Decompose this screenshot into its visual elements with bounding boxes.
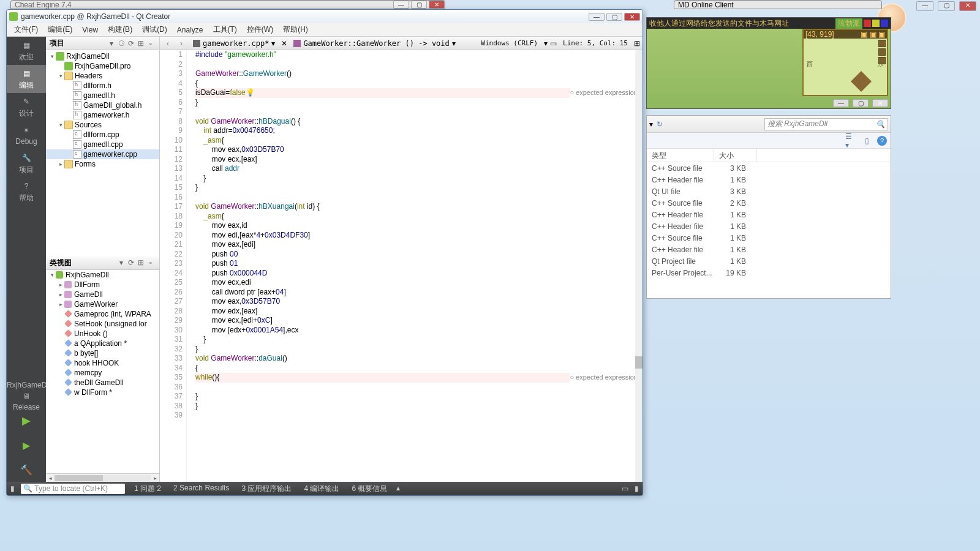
tree-item[interactable]: gameworker.h: [46, 110, 159, 120]
minimize-button[interactable]: —: [833, 99, 849, 107]
tree-item[interactable]: GameDll_global.h: [46, 100, 159, 110]
refresh-icon[interactable]: ↻: [657, 120, 663, 129]
sync-icon[interactable]: ⟳: [126, 258, 136, 267]
close-icon[interactable]: ▫: [146, 258, 156, 267]
explorer-columns[interactable]: 类型 大小: [647, 149, 891, 162]
menu-item[interactable]: View: [77, 24, 103, 36]
menu-item[interactable]: 文件(F): [9, 23, 43, 36]
class-item[interactable]: ▾RxjhGameDll: [46, 270, 159, 280]
mode-edit[interactable]: ▤ 编辑: [7, 65, 46, 93]
maximize-button[interactable]: ▢: [411, 1, 427, 9]
tree-item[interactable]: ▾RxjhGameDll: [46, 51, 159, 61]
fold-column[interactable]: [187, 50, 193, 482]
file-row[interactable]: Qt UI file3 KB: [647, 186, 891, 197]
view-options-icon[interactable]: ☰ ▾: [845, 135, 856, 146]
output-panel-tab[interactable]: 2 Search Results: [170, 484, 232, 494]
mode-welcome[interactable]: ▦ 欢迎: [7, 37, 46, 65]
file-row[interactable]: C++ Source file1 KB: [647, 232, 891, 244]
tree-item[interactable]: RxjhGameDll.pro: [46, 61, 159, 71]
chevron-down-icon[interactable]: ▾: [649, 120, 653, 129]
class-item[interactable]: ▸GameDll: [46, 290, 159, 299]
mini-button[interactable]: [878, 40, 886, 47]
col-size[interactable]: 大小: [714, 149, 757, 162]
explorer-search[interactable]: 搜索 RxjhGameDll 🔍: [764, 118, 888, 130]
project-tree[interactable]: ▾RxjhGameDllRxjhGameDll.pro▾Headersdllfo…: [46, 50, 159, 257]
menu-item[interactable]: 控件(W): [242, 23, 278, 36]
close-button[interactable]: ✕: [959, 1, 976, 11]
chevron-down-icon[interactable]: ▾: [107, 39, 116, 48]
preview-pane-icon[interactable]: ▯: [861, 135, 872, 146]
class-item[interactable]: theDll GameDll: [46, 378, 159, 388]
tree-item[interactable]: gameworker.cpp: [46, 149, 159, 159]
file-row[interactable]: C++ Header file1 KB: [647, 220, 891, 232]
flag-icon[interactable]: [864, 20, 871, 27]
close-button[interactable]: ✕: [429, 1, 445, 9]
scrollbar[interactable]: [635, 50, 643, 482]
split-icon[interactable]: ⊞: [136, 258, 146, 267]
class-item[interactable]: ▸DllForm: [46, 280, 159, 290]
output-panel-tab[interactable]: 6 概要信息: [349, 484, 390, 494]
maximize-button[interactable]: ▢: [853, 99, 869, 107]
file-row[interactable]: C++ Header file1 KB: [647, 244, 891, 255]
chevron-down-icon[interactable]: ▾: [116, 258, 126, 267]
bookmark-icon[interactable]: ▭: [550, 39, 557, 48]
mini-button[interactable]: [878, 57, 886, 64]
encoding[interactable]: Windows (CRLF): [477, 39, 541, 47]
file-row[interactable]: C++ Header file1 KB: [647, 174, 891, 186]
toggle-right-icon[interactable]: ▮: [635, 484, 639, 493]
tree-item[interactable]: ▸Forms: [46, 159, 159, 169]
cheat-engine-window[interactable]: Cheat Engine 7.4 — ▢ ✕: [10, 0, 445, 9]
close-icon[interactable]: ▫: [146, 39, 156, 48]
maximize-button[interactable]: ▢: [606, 13, 622, 21]
close-button[interactable]: ✕: [624, 13, 640, 21]
toggle-sidebar-icon[interactable]: ▮: [10, 484, 15, 493]
maximize-button[interactable]: ▢: [938, 1, 955, 11]
class-item[interactable]: a QApplication *: [46, 339, 159, 348]
locator-input[interactable]: 🔍 Type to locate (Ctrl+K): [21, 484, 125, 494]
code-editor[interactable]: 1234567891011121314151617181920212223242…: [160, 50, 643, 482]
help-icon[interactable]: ?: [877, 136, 887, 146]
build-button[interactable]: 🔨: [7, 457, 46, 482]
tree-item[interactable]: dllform.h: [46, 81, 159, 91]
split-icon[interactable]: ⊞: [634, 39, 640, 48]
output-panel-tab[interactable]: 1 问题 2: [131, 484, 164, 494]
menu-item[interactable]: 构建(B): [103, 23, 137, 36]
scrollbar[interactable]: ◂▸: [46, 473, 159, 482]
tree-item[interactable]: ▾Sources: [46, 120, 159, 130]
game-viewport[interactable]: 收他人通过网络给您发送的文件与木马网址 泫勃派 [43, 919] ▣ ▣ ▣ …: [646, 17, 891, 109]
forward-button[interactable]: ›: [176, 39, 187, 48]
file-row[interactable]: C++ Source file2 KB: [647, 197, 891, 209]
minimap[interactable]: [43, 919] ▣ ▣ ▣ 西 东: [802, 29, 888, 96]
back-button[interactable]: ‹: [162, 39, 173, 48]
file-row[interactable]: Qt Project file1 KB: [647, 255, 891, 267]
file-row[interactable]: Per-User Project...19 KB: [647, 267, 891, 279]
game-client-window[interactable]: MD Online Client: [674, 0, 882, 9]
titlebar[interactable]: gameworker.cpp @ RxjhGameDll - Qt Creato…: [7, 10, 643, 23]
kit-selector[interactable]: RxjhGameDll 🖥 Release: [7, 378, 46, 408]
output-panel-tab[interactable]: 4 编译输出: [301, 484, 342, 494]
progress-icon[interactable]: ▭: [622, 484, 628, 493]
class-item[interactable]: UnHook (): [46, 329, 159, 339]
menu-item[interactable]: Analyze: [172, 24, 208, 36]
class-item[interactable]: b byte[]: [46, 348, 159, 358]
expand-icon[interactable]: ▴: [396, 484, 400, 494]
flag-icon[interactable]: [881, 20, 888, 27]
minimize-button[interactable]: —: [393, 1, 409, 9]
class-item[interactable]: memcpy: [46, 368, 159, 378]
close-file-icon[interactable]: ✕: [281, 39, 287, 48]
file-row[interactable]: C++ Header file1 KB: [647, 209, 891, 220]
file-crumb[interactable]: gameworker.cpp* ▾: [189, 39, 279, 48]
mini-button[interactable]: [878, 48, 886, 56]
close-button[interactable]: ✕: [872, 99, 888, 107]
sync-icon[interactable]: ⟳: [126, 39, 136, 48]
minimize-button[interactable]: —: [589, 13, 605, 21]
debug-run-button[interactable]: ▶: [7, 433, 46, 457]
tree-item[interactable]: gamedll.h: [46, 91, 159, 100]
class-item[interactable]: Gameproc (int, WPARA: [46, 309, 159, 319]
menu-item[interactable]: 帮助(H): [278, 23, 313, 36]
code-content[interactable]: #include "gameworker.h"GameWorker::GameW…: [193, 50, 643, 482]
mode-help[interactable]: ? 帮助: [7, 178, 46, 206]
tree-item[interactable]: ▾Headers: [46, 71, 159, 81]
mode-debug[interactable]: ✴ Debug: [7, 121, 46, 149]
mode-design[interactable]: ✎ 设计: [7, 93, 46, 121]
